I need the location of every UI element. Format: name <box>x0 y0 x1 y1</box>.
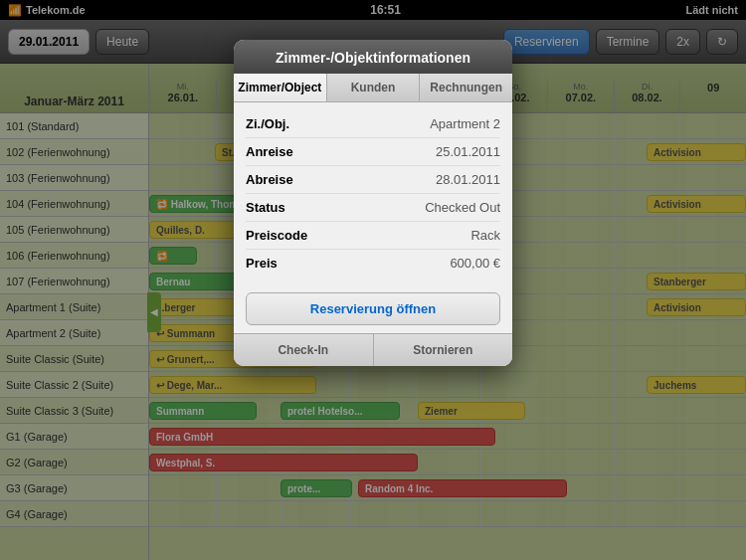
modal-content: Zi./Obj.Apartment 2Anreise25.01.2011Abre… <box>234 102 512 284</box>
modal-field-row: Abreise28.01.2011 <box>246 166 500 194</box>
tab-kunden[interactable]: Kunden <box>327 74 421 101</box>
modal-field-row: Zi./Obj.Apartment 2 <box>246 110 500 138</box>
checkin-button[interactable]: Check-In <box>234 334 374 366</box>
modal-field-value: 25.01.2011 <box>436 144 500 159</box>
modal-title: Zimmer-/Objektinformationen <box>234 40 512 74</box>
modal-field-row: Preis600,00 € <box>246 250 500 277</box>
modal-tabs: Zimmer/Object Kunden Rechnungen <box>234 74 512 102</box>
modal-field-value: Apartment 2 <box>430 116 500 131</box>
modal-field-row: PreiscodeRack <box>246 222 500 250</box>
modal-field-label: Anreise <box>246 144 293 159</box>
tab-zimmer-object[interactable]: Zimmer/Object <box>234 74 327 101</box>
modal-field-label: Zi./Obj. <box>246 116 289 131</box>
modal-field-row: StatusChecked Out <box>246 194 500 222</box>
modal-field-value: Checked Out <box>425 200 500 215</box>
modal-actions: Check-In Stornieren <box>234 333 512 366</box>
modal-field-value: 28.01.2011 <box>436 172 500 187</box>
modal-field-row: Anreise25.01.2011 <box>246 138 500 166</box>
modal-field-label: Preiscode <box>246 228 307 243</box>
modal-field-label: Status <box>246 200 285 215</box>
open-reservation-button[interactable]: Reservierung öffnen <box>246 292 500 325</box>
stornieren-button[interactable]: Stornieren <box>374 334 513 366</box>
modal-field-value: Rack <box>470 228 500 243</box>
modal-field-label: Abreise <box>246 172 293 187</box>
tab-rechnungen[interactable]: Rechnungen <box>420 74 512 101</box>
modal-field-label: Preis <box>246 256 278 271</box>
modal-dialog: Zimmer-/Objektinformationen Zimmer/Objec… <box>234 40 512 366</box>
modal-field-value: 600,00 € <box>450 256 500 271</box>
